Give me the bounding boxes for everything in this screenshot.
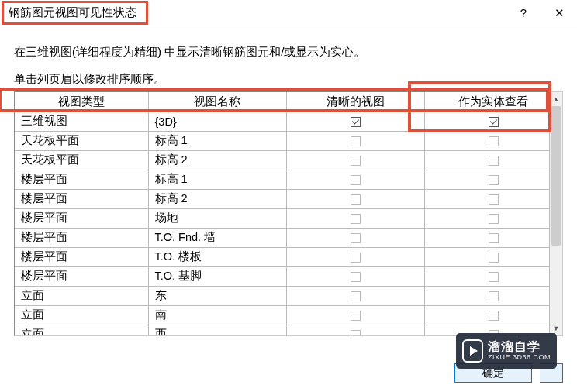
clear-view-checkbox[interactable] <box>351 117 361 127</box>
view-as-solid-checkbox[interactable] <box>489 330 499 336</box>
view-as-solid-checkbox[interactable] <box>489 175 499 185</box>
watermark-line2: ZIXUE.3D66.COM <box>488 354 551 362</box>
ok-button[interactable]: 确定 <box>454 363 532 383</box>
clear-view-checkbox[interactable] <box>351 214 361 224</box>
scroll-down-icon[interactable]: ▼ <box>550 322 562 335</box>
clear-view-checkbox[interactable] <box>351 291 361 301</box>
cell-clear-view <box>286 305 424 325</box>
cell-view-as-solid <box>424 189 549 208</box>
cell-view-as-solid <box>424 305 549 325</box>
clear-view-checkbox[interactable] <box>351 253 361 263</box>
close-button[interactable]: ✕ <box>541 1 577 26</box>
cell-view-type: 三维视图 <box>15 112 148 131</box>
view-as-solid-checkbox[interactable] <box>489 117 499 127</box>
table-row[interactable]: 立面南 <box>15 305 549 325</box>
cell-view-name: 标高 1 <box>148 131 286 150</box>
table-container: 视图类型 视图名称 清晰的视图 作为实体查看 三维视图{3D}天花板平面标高 1… <box>14 91 563 336</box>
hint-text: 单击列页眉以修改排序顺序。 <box>14 72 563 87</box>
table-row[interactable]: 天花板平面标高 1 <box>15 131 549 150</box>
play-icon <box>462 339 483 363</box>
view-as-solid-checkbox[interactable] <box>489 194 499 205</box>
header-clear-view[interactable]: 清晰的视图 <box>286 92 424 112</box>
cell-view-type: 楼层平面 <box>15 247 148 266</box>
clear-view-checkbox[interactable] <box>351 272 361 282</box>
next-button-partial[interactable] <box>540 363 563 383</box>
view-as-solid-checkbox[interactable] <box>489 136 499 146</box>
cell-view-as-solid <box>424 247 549 266</box>
view-as-solid-checkbox[interactable] <box>489 214 499 224</box>
cell-view-as-solid <box>424 112 549 131</box>
table-row[interactable]: 楼层平面T.O. Fnd. 墙 <box>15 228 549 247</box>
clear-view-checkbox[interactable] <box>351 194 361 205</box>
cell-clear-view <box>286 286 424 305</box>
clear-view-checkbox[interactable] <box>351 233 361 243</box>
cell-view-as-solid <box>424 208 549 228</box>
cell-view-as-solid <box>424 286 549 305</box>
table-row[interactable]: 楼层平面T.O. 楼板 <box>15 247 549 266</box>
cell-view-name: 场地 <box>148 208 286 228</box>
cell-clear-view <box>286 131 424 150</box>
cell-view-name: T.O. Fnd. 墙 <box>148 228 286 247</box>
cell-view-type: 楼层平面 <box>15 170 148 189</box>
cell-view-name: 东 <box>148 286 286 305</box>
cell-view-name: 标高 2 <box>148 189 286 208</box>
cell-clear-view <box>286 247 424 266</box>
cell-view-type: 天花板平面 <box>15 131 148 150</box>
cell-view-type: 楼层平面 <box>15 208 148 228</box>
description-text: 在三维视图(详细程度为精细) 中显示清晰钢筋图元和/或显示为实心。 <box>14 45 563 60</box>
view-as-solid-checkbox[interactable] <box>489 291 499 301</box>
view-as-solid-checkbox[interactable] <box>489 156 499 166</box>
table-row[interactable]: 楼层平面标高 1 <box>15 170 549 189</box>
cell-view-type: 楼层平面 <box>15 266 148 286</box>
table-row[interactable]: 立面东 <box>15 286 549 305</box>
cell-view-name: T.O. 楼板 <box>148 247 286 266</box>
cell-view-name: 西 <box>148 325 286 336</box>
cell-view-type: 楼层平面 <box>15 189 148 208</box>
cell-view-as-solid <box>424 325 549 336</box>
cell-view-name: 标高 1 <box>148 170 286 189</box>
header-view-as-solid[interactable]: 作为实体查看 <box>424 92 549 112</box>
cell-view-type: 立面 <box>15 286 148 305</box>
table-row[interactable]: 楼层平面T.O. 基脚 <box>15 266 549 286</box>
table-row[interactable]: 立面西 <box>15 325 549 336</box>
clear-view-checkbox[interactable] <box>351 175 361 185</box>
cell-view-as-solid <box>424 170 549 189</box>
table-row[interactable]: 楼层平面标高 2 <box>15 189 549 208</box>
dialog-footer: 确定 <box>454 363 563 383</box>
cell-view-type: 立面 <box>15 325 148 336</box>
table-row[interactable]: 三维视图{3D} <box>15 112 549 131</box>
view-as-solid-checkbox[interactable] <box>489 253 499 263</box>
window-title: 钢筋图元视图可见性状态 <box>2 1 148 25</box>
help-button[interactable]: ? <box>506 1 541 26</box>
cell-view-type: 楼层平面 <box>15 228 148 247</box>
table-header-row: 视图类型 视图名称 清晰的视图 作为实体查看 <box>15 92 549 112</box>
view-as-solid-checkbox[interactable] <box>489 311 499 321</box>
views-table: 视图类型 视图名称 清晰的视图 作为实体查看 三维视图{3D}天花板平面标高 1… <box>15 92 549 336</box>
header-view-name[interactable]: 视图名称 <box>148 92 286 112</box>
scroll-up-icon[interactable]: ▲ <box>550 92 562 106</box>
cell-clear-view <box>286 189 424 208</box>
cell-view-as-solid <box>424 150 549 170</box>
title-bar: 钢筋图元视图可见性状态 ? ✕ <box>0 0 577 26</box>
cell-clear-view <box>286 325 424 336</box>
scroll-thumb[interactable] <box>551 106 561 246</box>
table-row[interactable]: 楼层平面场地 <box>15 208 549 228</box>
cell-clear-view <box>286 150 424 170</box>
cell-view-as-solid <box>424 228 549 247</box>
clear-view-checkbox[interactable] <box>351 330 361 336</box>
cell-view-type: 立面 <box>15 305 148 325</box>
cell-clear-view <box>286 266 424 286</box>
clear-view-checkbox[interactable] <box>351 311 361 321</box>
view-as-solid-checkbox[interactable] <box>489 233 499 243</box>
clear-view-checkbox[interactable] <box>351 136 361 146</box>
header-view-type[interactable]: 视图类型 <box>15 92 148 112</box>
cell-view-type: 天花板平面 <box>15 150 148 170</box>
cell-view-name: T.O. 基脚 <box>148 266 286 286</box>
table-row[interactable]: 天花板平面标高 2 <box>15 150 549 170</box>
vertical-scrollbar[interactable]: ▲ ▼ <box>549 91 563 336</box>
cell-clear-view <box>286 228 424 247</box>
cell-view-as-solid <box>424 131 549 150</box>
cell-view-name: 南 <box>148 305 286 325</box>
view-as-solid-checkbox[interactable] <box>489 272 499 282</box>
clear-view-checkbox[interactable] <box>351 156 361 166</box>
